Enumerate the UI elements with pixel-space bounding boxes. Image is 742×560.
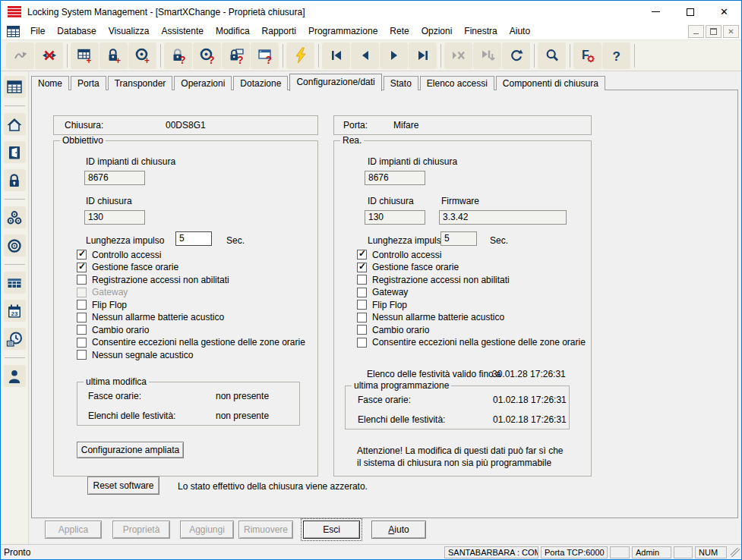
actual-id-system-field[interactable]: 8676 (365, 171, 425, 185)
target-id-lock-field[interactable]: 130 (84, 210, 145, 225)
checkbox-row: ✓Gestione fasce orarie (77, 263, 305, 272)
matrix-button[interactable] (4, 76, 26, 98)
menu-database[interactable]: Database (51, 24, 102, 39)
menu-assistente[interactable]: Assistente (156, 24, 210, 39)
add-button[interactable]: Aggiungi (180, 521, 234, 539)
no-battery-alarm-checkbox[interactable] (357, 313, 367, 322)
tab-transponder[interactable]: Transponder (108, 76, 173, 90)
time-zones-button[interactable] (4, 328, 26, 350)
read-mifare-lock-button[interactable]: ? (222, 42, 250, 69)
flip-flop-checkbox[interactable] (77, 300, 87, 310)
menu-aiuto[interactable]: Aiuto (504, 24, 536, 39)
actual-pulse-field[interactable]: 5 (440, 231, 477, 246)
menu-rapporti[interactable]: Rapporti (256, 24, 302, 39)
tab-dotazione[interactable]: Dotazione (233, 76, 288, 90)
close-button[interactable]: ✕ (707, 1, 741, 23)
extended-configuration-button[interactable]: Configurazione ampliata (77, 442, 184, 458)
menu-finestra[interactable]: Finestra (458, 24, 503, 39)
gateway-checkbox[interactable] (357, 288, 367, 297)
read-lock-icon: ? (170, 47, 187, 64)
refresh-button[interactable] (502, 42, 530, 69)
last-programming-timezones-value: 01.02.18 17:26:31 (493, 395, 567, 405)
menu-modifica[interactable]: Modifica (210, 24, 256, 39)
access-control-checkbox[interactable]: ✓ (77, 250, 87, 260)
time-change-checkbox[interactable] (77, 325, 87, 335)
firmware-label: Firmware (441, 196, 479, 206)
flip-flop-checkbox[interactable] (357, 300, 367, 310)
filter-settings-button[interactable]: F (573, 42, 601, 69)
mdi-close-button[interactable]: ✕ (723, 25, 739, 38)
tab-operazioni[interactable]: Operazioni (174, 76, 232, 90)
checkbox-row: Cambio orario (77, 325, 305, 335)
time-zone-exceptions-checkbox[interactable] (77, 338, 87, 348)
target-id-system-field[interactable]: 8676 (84, 171, 145, 185)
resize-grip[interactable] (731, 548, 740, 557)
time-zone-exceptions-checkbox[interactable] (357, 338, 367, 348)
no-acoustic-signal-checkbox[interactable] (77, 350, 87, 360)
help-button[interactable]: ? (602, 42, 630, 69)
time-zone-control-checkbox[interactable]: ✓ (357, 263, 367, 272)
firmware-field[interactable]: 3.3.42 (439, 210, 567, 225)
reset-software-button[interactable]: Reset software (87, 477, 159, 495)
menu-rete[interactable]: Rete (384, 24, 415, 39)
tab-stato[interactable]: Stato (384, 76, 418, 90)
previous-record-button[interactable] (351, 42, 379, 69)
exit-button[interactable]: Esci (303, 521, 360, 539)
menu-opzioni[interactable]: Opzioni (415, 24, 459, 39)
persons-button[interactable] (4, 365, 26, 387)
maximize-button[interactable] (673, 1, 707, 23)
toolbar: + + + ? (1, 40, 741, 71)
read-lock-button[interactable]: ? (164, 42, 192, 69)
no-battery-alarm-checkbox[interactable] (77, 313, 87, 322)
mdi-minimize-button[interactable] (688, 25, 704, 38)
first-record-button[interactable] (322, 42, 350, 69)
minimize-button[interactable] (639, 1, 673, 23)
menu-visualizza[interactable]: Visualizza (103, 24, 156, 39)
gateway-checkbox[interactable] (77, 288, 87, 297)
menu-file[interactable]: File (24, 24, 51, 39)
apply-button[interactable]: Applica (45, 521, 102, 539)
time-zone-control-checkbox[interactable]: ✓ (77, 263, 87, 272)
unauthorized-log-checkbox[interactable] (357, 275, 367, 285)
read-transponder-button[interactable]: ? (193, 42, 221, 69)
properties-button[interactable]: Proprietà (112, 521, 170, 539)
search-button[interactable] (538, 42, 566, 69)
menu-programmazione[interactable]: Programmazione (302, 24, 384, 39)
mdi-restore-button[interactable] (706, 25, 721, 38)
tab-componenti-di-chiusura[interactable]: Componenti di chiusura (496, 76, 605, 90)
matrix-view-button[interactable] (4, 272, 26, 294)
new-lock-button[interactable]: + (99, 42, 128, 69)
tab-configurazione-dati[interactable]: Configurazione/dati (289, 74, 381, 91)
last-programming-title: ultima programmazione (352, 380, 451, 391)
time-change-checkbox[interactable] (357, 325, 367, 335)
areas-button[interactable] (4, 113, 26, 135)
tab-porta[interactable]: Porta (71, 76, 106, 90)
transponder-groups-button[interactable] (4, 206, 26, 228)
discard-record-button[interactable] (444, 42, 472, 69)
target-pulse-field[interactable]: 5 (175, 231, 212, 246)
actual-id-lock-field[interactable]: 130 (365, 210, 425, 225)
help-dialog-button[interactable]: Aiuto (371, 521, 426, 539)
disconnect-button[interactable] (35, 42, 63, 69)
commit-record-button[interactable] (473, 42, 501, 69)
tab-nome[interactable]: Nome (31, 76, 69, 90)
unauthorized-log-checkbox[interactable] (77, 275, 87, 285)
sync-button[interactable] (6, 42, 34, 69)
new-locking-system-button[interactable]: + (71, 42, 99, 69)
last-record-button[interactable] (409, 42, 437, 69)
toolbar-separator (634, 44, 635, 68)
remove-button[interactable]: Rimuovere (238, 521, 293, 539)
tab-elenco-accessi[interactable]: Elenco accessi (420, 76, 494, 90)
matrix-icon (6, 79, 23, 96)
locks-button[interactable] (4, 169, 26, 191)
actual-group-title: Rea. (340, 135, 364, 146)
access-control-checkbox[interactable]: ✓ (357, 250, 367, 260)
doors-button[interactable] (4, 141, 26, 163)
new-transponder-button[interactable]: + (128, 42, 156, 69)
window-title: Locking System Management - [SmartXChang… (27, 7, 305, 17)
next-record-button[interactable] (380, 42, 408, 69)
transponders-button[interactable] (4, 234, 26, 256)
program-button[interactable] (286, 42, 314, 69)
read-network-button[interactable]: ? (251, 42, 279, 69)
calendar-button[interactable]: 23 (4, 300, 26, 322)
